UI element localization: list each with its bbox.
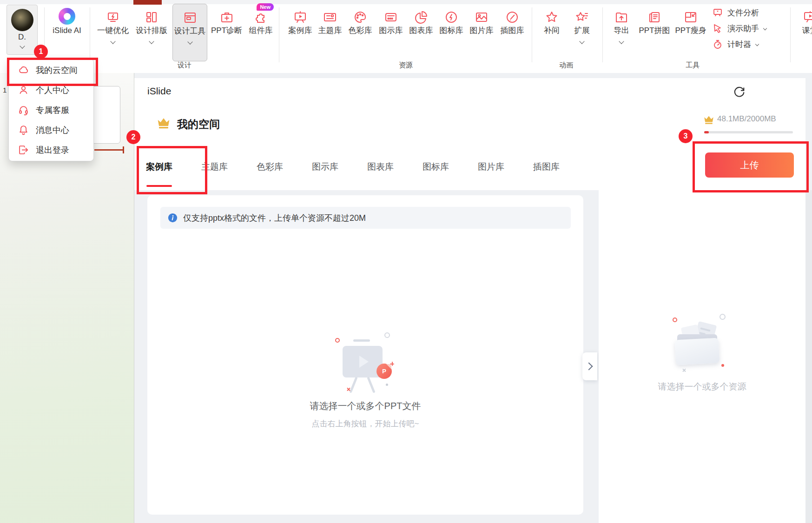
avatar — [11, 9, 33, 31]
file-analysis-icon — [712, 7, 723, 18]
chevron-down-icon — [187, 39, 192, 44]
icon-library-icon — [444, 5, 459, 25]
chevron-down-icon — [763, 26, 767, 30]
decor-plus-icon — [390, 362, 394, 366]
chevron-down-icon — [579, 39, 584, 44]
islide-ai-button[interactable]: iSlide AI — [46, 5, 87, 36]
account-label: D. — [18, 32, 26, 43]
menu-item-personal-center[interactable]: 个人中心 — [9, 80, 93, 100]
account-button[interactable]: D. — [7, 5, 38, 55]
info-icon — [168, 213, 178, 223]
pane-title: iSlide — [147, 86, 171, 97]
ribbon-button-color-library[interactable]: 色彩库 — [346, 5, 375, 36]
ribbon-button-label: 色彩库 — [349, 25, 372, 36]
refresh-button[interactable] — [733, 86, 746, 99]
ribbon-button-file-analysis[interactable]: 文件分析 — [712, 5, 789, 20]
ribbon-button-diagram-library[interactable]: 图示库 — [376, 5, 405, 36]
ribbon-button-icon-library[interactable]: 图标库 — [437, 5, 466, 36]
tab-diagram-library[interactable]: 图示库 — [312, 143, 338, 190]
color-library-icon — [353, 5, 368, 25]
menu-item-logout[interactable]: 退出登录 — [9, 140, 93, 160]
ribbon-button-picture-library[interactable]: 图片库 — [467, 5, 496, 36]
storage-usage-label: 48.1MB/2000MB — [717, 114, 776, 124]
tab-case-library[interactable]: 案例库 — [146, 143, 172, 190]
chevron-down-icon — [149, 39, 154, 44]
storage-progress-fill — [704, 131, 709, 133]
folder-empty-illustration — [667, 314, 737, 374]
diagnosis-icon — [219, 5, 234, 25]
refresh-icon — [733, 86, 745, 99]
menu-item-label: 我的云空间 — [36, 65, 78, 76]
tween-star-icon — [544, 5, 559, 25]
ribbon-group-label: 设计 — [178, 61, 191, 70]
space-header: 我的空间 48.1MB/2000MB — [134, 106, 805, 144]
ribbon-button-label: 计时器 — [727, 39, 751, 50]
tab-icon-library[interactable]: 图标库 — [423, 143, 449, 190]
ribbon-button-extend[interactable]: 扩展 — [568, 5, 596, 43]
classroom-icon — [803, 5, 812, 25]
tab-chart-library[interactable]: 图表库 — [367, 143, 394, 190]
ribbon-divider — [602, 7, 603, 62]
ribbon-button-label: 补间 — [544, 25, 560, 36]
ribbon-button-label: PPT瘦身 — [675, 25, 706, 36]
ribbon-button-ppt-diagnosis[interactable]: PPT诊断 — [209, 5, 244, 36]
annotation-badge-step3: 3 — [679, 129, 693, 143]
ribbon-button-label: 导出 — [614, 25, 629, 36]
decor-ring-icon — [335, 338, 340, 343]
ribbon-button-tween[interactable]: 补间 — [537, 5, 566, 36]
ribbon-button-theme-library[interactable]: 主题库 — [316, 5, 344, 36]
vip-crown-icon — [703, 114, 714, 126]
tab-picture-library[interactable]: 图片库 — [478, 143, 504, 190]
tab-theme-library[interactable]: 主题库 — [201, 143, 228, 190]
ribbon-button-classroom[interactable]: 课堂 — [792, 5, 812, 36]
chevron-right-icon — [585, 363, 593, 371]
empty-state-title: 请选择一个或多个PPT文件 — [147, 400, 583, 412]
tab-illustration-library[interactable]: 插图库 — [533, 143, 560, 190]
ribbon-button-presenter-assistant[interactable]: 演示助手 — [712, 20, 789, 36]
new-badge: New — [257, 3, 274, 11]
ppt-stitch-icon — [647, 5, 662, 25]
islide-ai-label: iSlide AI — [53, 25, 81, 36]
ribbon: D. iSlide AI 一键优化 设计排版 设计工具 — [0, 0, 812, 73]
notice-text: 仅支持pptx格式的文件，上传单个资源不超过20M — [183, 212, 366, 224]
menu-item-message-center[interactable]: 消息中心 — [9, 120, 93, 140]
islide-task-pane: iSlide 我的空间 48.1MB/2000MB 案例库 主题库 色彩库 图示 — [134, 73, 812, 523]
notice-banner: 仅支持pptx格式的文件，上传单个资源不超过20M — [160, 207, 571, 229]
decor-ring-icon — [720, 314, 726, 320]
ribbon-button-chart-library[interactable]: 图表库 — [407, 5, 436, 36]
chevron-down-icon — [755, 42, 759, 46]
ribbon-button-label: 演示助手 — [727, 23, 759, 34]
ribbon-button-timer[interactable]: 计时器 — [712, 36, 789, 52]
collapse-panel-button[interactable] — [582, 352, 597, 380]
user-icon — [18, 85, 29, 96]
selection-empty-title: 请选择一个或多个资源 — [599, 381, 805, 393]
ribbon-button-optimize[interactable]: 一键优化 — [96, 5, 130, 43]
ribbon-button-design-tools[interactable]: 设计工具 — [172, 4, 207, 61]
chevron-down-icon — [110, 39, 115, 44]
easel-leg — [349, 377, 357, 393]
menu-item-label: 专属客服 — [36, 105, 69, 116]
ribbon-button-illustration-library[interactable]: 插图库 — [498, 5, 527, 36]
cloud-icon — [18, 65, 29, 76]
annotation-badge-step1: 1 — [34, 45, 48, 59]
ribbon-divider — [279, 7, 279, 62]
scrollbar-track[interactable] — [805, 190, 812, 523]
ribbon-button-ppt-slim[interactable]: PPT瘦身 — [674, 5, 707, 36]
menu-item-cloud-space[interactable]: 我的云空间 — [9, 60, 93, 80]
design-tools-icon — [183, 6, 198, 25]
tab-color-library[interactable]: 色彩库 — [257, 143, 283, 190]
ribbon-group-label: 资源 — [399, 61, 413, 70]
menu-item-customer-service[interactable]: 专属客服 — [9, 100, 93, 120]
ribbon-button-ppt-stitch[interactable]: PPT拼图 — [638, 5, 671, 36]
picture-library-icon — [474, 5, 489, 25]
ribbon-button-layout[interactable]: 设计排版 — [134, 5, 169, 43]
ribbon-button-label: 扩展 — [574, 25, 590, 36]
ribbon-button-case-library[interactable]: 案例库 — [286, 5, 315, 36]
space-title: 我的空间 — [177, 117, 220, 132]
ribbon-button-components[interactable]: New 组件库 — [245, 5, 277, 36]
decor-dot-icon — [386, 384, 388, 386]
ribbon-button-export[interactable]: 导出 — [607, 5, 636, 43]
upload-button[interactable]: 上传 — [705, 152, 794, 178]
components-icon: New — [253, 5, 268, 25]
ribbon-button-label: PPT拼图 — [639, 25, 670, 36]
